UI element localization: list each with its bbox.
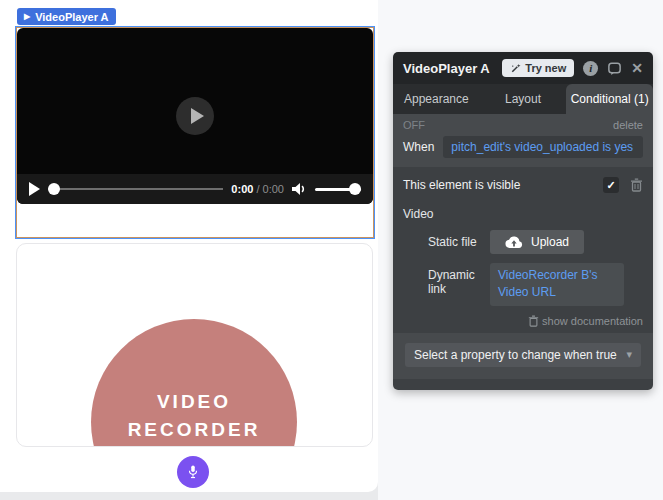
microphone-button[interactable] — [177, 456, 209, 488]
play-triangle-icon: ▶ — [24, 13, 30, 21]
chevron-down-icon: ▾ — [626, 348, 632, 361]
panel-tabs: Appearance Layout Conditional (1) — [393, 84, 653, 114]
magic-wand-icon — [510, 63, 521, 74]
panel-body: This element is visible ✓ Video Static f… — [393, 167, 653, 333]
show-documentation-label: show documentation — [542, 315, 643, 327]
dynamic-link-label: Dynamic link — [428, 263, 490, 296]
video-player-element[interactable]: 0:00 / 0:00 — [16, 27, 374, 238]
static-file-label: Static file — [428, 230, 490, 249]
comment-icon — [607, 61, 622, 76]
upload-label: Upload — [531, 235, 569, 249]
remove-property-button[interactable] — [630, 178, 643, 192]
visible-property-label: This element is visible — [403, 178, 603, 192]
property-select-strip: Select a property to change when true ▾ — [393, 333, 653, 379]
try-new-button[interactable]: Try new — [502, 59, 574, 77]
duration: 0:00 — [263, 183, 284, 195]
panel-title: VideoPlayer A — [403, 61, 493, 76]
info-icon: i — [583, 61, 598, 76]
current-time: 0:00 — [231, 183, 253, 195]
seek-track — [48, 188, 223, 190]
time-display: 0:00 / 0:00 — [231, 183, 284, 195]
property-editor-panel: VideoPlayer A Try new i ✕ Appearance Lay… — [393, 52, 653, 390]
time-separator: / — [256, 183, 259, 195]
microphone-icon — [186, 464, 200, 480]
when-label: When — [403, 140, 434, 154]
documentation-icon — [528, 315, 539, 327]
visible-checkbox[interactable]: ✓ — [603, 177, 619, 193]
condition-card: OFF delete When pitch_edit's video_uploa… — [393, 114, 653, 167]
video-display-area: 0:00 / 0:00 — [17, 28, 373, 204]
play-button[interactable] — [29, 182, 40, 196]
tab-conditional[interactable]: Conditional (1) — [566, 84, 653, 114]
panel-header: VideoPlayer A Try new i ✕ — [393, 52, 653, 84]
condition-off-label: OFF — [403, 119, 425, 131]
show-documentation-link[interactable]: show documentation — [403, 315, 643, 327]
volume-icon[interactable] — [292, 182, 307, 196]
property-select-dropdown[interactable]: Select a property to change when true ▾ — [405, 343, 641, 367]
recorder-title-line1: VIDEO — [91, 388, 297, 416]
big-play-button[interactable] — [176, 97, 214, 135]
page-canvas[interactable]: ▶ VideoPlayer A 0:00 / 0:00 — [0, 0, 378, 492]
video-section-label: Video — [403, 207, 643, 221]
info-button[interactable]: i — [583, 61, 598, 76]
element-badge-label: VideoPlayer A — [35, 11, 108, 23]
panel-footer: + Define another condition — [393, 379, 653, 390]
condition-delete-link[interactable]: delete — [613, 119, 643, 131]
when-expression-input[interactable]: pitch_edit's video_uploaded is yes — [443, 136, 643, 158]
volume-knob[interactable] — [349, 183, 361, 195]
tab-layout[interactable]: Layout — [480, 84, 567, 114]
play-icon — [191, 108, 204, 124]
dynamic-link-input[interactable]: VideoRecorder B's Video URL — [490, 263, 624, 306]
check-icon: ✓ — [606, 179, 615, 192]
seek-knob[interactable] — [48, 183, 60, 195]
try-new-label: Try new — [525, 62, 566, 74]
close-button[interactable]: ✕ — [631, 61, 643, 75]
cloud-upload-icon — [505, 236, 523, 249]
seek-bar[interactable] — [48, 183, 223, 195]
comment-button[interactable] — [607, 61, 622, 76]
tab-appearance[interactable]: Appearance — [393, 84, 480, 114]
recorder-title: VIDEO RECORDER — [91, 388, 297, 443]
upload-button[interactable]: Upload — [490, 230, 584, 254]
video-recorder-element[interactable]: VIDEO RECORDER — [16, 243, 373, 447]
video-controls-bar: 0:00 / 0:00 — [17, 174, 373, 204]
property-select-placeholder: Select a property to change when true — [414, 348, 626, 362]
volume-slider[interactable] — [315, 183, 361, 195]
recorder-title-line2: RECORDER — [91, 416, 297, 444]
trash-icon — [630, 178, 643, 192]
close-icon: ✕ — [631, 61, 643, 75]
element-badge[interactable]: ▶ VideoPlayer A — [17, 8, 116, 25]
